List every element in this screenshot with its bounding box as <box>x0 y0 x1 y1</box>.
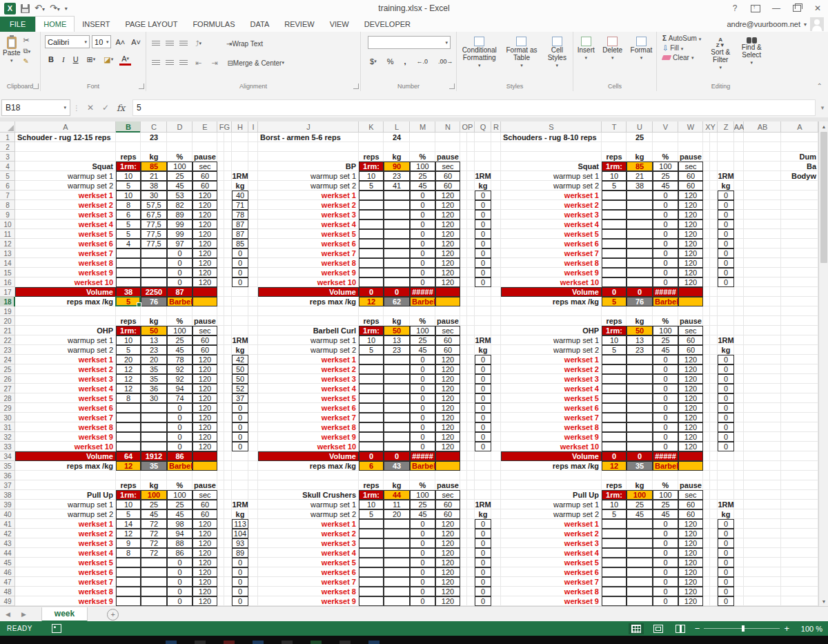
cell[interactable] <box>248 162 258 171</box>
cell[interactable] <box>718 142 734 152</box>
cell[interactable] <box>217 258 224 268</box>
cell[interactable]: 120 <box>193 268 217 277</box>
cell[interactable] <box>467 451 475 461</box>
cell[interactable]: 25 <box>410 171 435 181</box>
cell[interactable] <box>627 432 653 442</box>
cell[interactable]: 120 <box>678 200 703 210</box>
cell[interactable]: sec <box>435 162 460 171</box>
cell[interactable]: werkset 10 <box>501 442 602 451</box>
cell[interactable] <box>467 432 475 442</box>
cell[interactable] <box>718 297 734 306</box>
cell[interactable] <box>744 142 781 152</box>
cell[interactable]: 1RM <box>475 171 491 181</box>
cell[interactable]: 37 <box>232 393 248 403</box>
cell[interactable] <box>710 519 718 529</box>
cell[interactable]: werkset 3 <box>501 374 602 384</box>
cell[interactable]: 0 <box>232 248 248 258</box>
cell[interactable] <box>491 509 501 519</box>
cell[interactable] <box>744 219 781 229</box>
cell[interactable]: 120 <box>678 519 703 529</box>
cell[interactable] <box>627 529 653 538</box>
cell[interactable] <box>734 461 744 471</box>
cell[interactable] <box>718 287 734 297</box>
row-header-31[interactable]: 31 <box>0 422 15 432</box>
cell[interactable] <box>602 587 627 596</box>
cell[interactable] <box>359 384 384 393</box>
cell[interactable] <box>734 548 744 558</box>
cell[interactable] <box>475 326 491 335</box>
cell[interactable] <box>359 422 384 432</box>
cell[interactable] <box>781 239 818 248</box>
cell[interactable]: 1rm: <box>602 162 627 171</box>
cell[interactable]: 60 <box>678 509 703 519</box>
macro-record-icon[interactable] <box>52 624 61 633</box>
cell[interactable]: reps max /kg <box>501 461 602 471</box>
cell[interactable] <box>467 471 475 480</box>
cell[interactable]: 0 <box>475 219 491 229</box>
cell[interactable] <box>627 577 653 587</box>
cell[interactable] <box>224 577 232 587</box>
cell[interactable] <box>703 200 710 210</box>
sheet-tab-week[interactable]: week <box>41 607 88 622</box>
cell[interactable] <box>460 181 467 191</box>
cell[interactable] <box>710 384 718 393</box>
cell[interactable] <box>744 403 781 413</box>
cell[interactable] <box>116 413 141 422</box>
cell[interactable] <box>193 471 217 480</box>
cell[interactable] <box>744 287 781 297</box>
cell[interactable] <box>744 596 781 606</box>
cell[interactable]: warmup set 2 <box>501 345 602 355</box>
cell[interactable]: 10 <box>116 171 141 181</box>
cell[interactable] <box>703 577 710 587</box>
cell[interactable] <box>734 229 744 239</box>
minimize-button[interactable]: — <box>766 1 787 16</box>
align-middle-icon[interactable] <box>166 41 174 47</box>
cell[interactable] <box>678 142 703 152</box>
cell[interactable]: 50 <box>384 326 410 335</box>
cell[interactable]: 0 <box>653 229 678 239</box>
cell[interactable] <box>384 219 410 229</box>
cell[interactable]: 0 <box>475 384 491 393</box>
cell[interactable] <box>467 133 475 142</box>
cell[interactable]: 0 <box>653 268 678 277</box>
cell[interactable]: 78 <box>167 355 193 364</box>
cell[interactable] <box>781 403 818 413</box>
cell[interactable] <box>491 374 501 384</box>
cell[interactable]: werkset 10 <box>15 442 116 451</box>
cell[interactable]: 25 <box>653 335 678 345</box>
cell[interactable] <box>475 152 491 162</box>
cell[interactable]: 45 <box>141 509 167 519</box>
cell[interactable]: 44 <box>384 490 410 500</box>
col-header-FG[interactable]: FG <box>217 121 232 133</box>
cell[interactable] <box>248 191 258 200</box>
cell[interactable] <box>248 393 258 403</box>
cell[interactable] <box>744 355 781 364</box>
cell[interactable] <box>710 442 718 451</box>
cell[interactable] <box>248 229 258 239</box>
cell[interactable]: werkset 9 <box>15 268 116 277</box>
cell[interactable]: Squat <box>501 162 602 171</box>
scroll-down-icon[interactable]: ▼ <box>819 596 828 606</box>
cell[interactable]: 0 <box>718 422 734 432</box>
cell[interactable] <box>491 306 501 316</box>
cell[interactable]: 1RM <box>475 335 491 345</box>
cell[interactable]: 0 <box>410 248 435 258</box>
cell[interactable] <box>781 451 818 461</box>
cell[interactable]: 30 <box>141 191 167 200</box>
cell[interactable]: kg <box>475 345 491 355</box>
cell[interactable]: 0 <box>718 219 734 229</box>
cell[interactable] <box>781 471 818 480</box>
cell[interactable]: 13 <box>141 335 167 345</box>
cell[interactable] <box>734 219 744 229</box>
cell[interactable]: 45 <box>410 509 435 519</box>
cut-icon[interactable]: ✂ <box>23 36 31 45</box>
cell[interactable] <box>258 471 359 480</box>
cell[interactable] <box>710 335 718 345</box>
cell[interactable] <box>602 200 627 210</box>
cell[interactable]: Barbell <box>653 461 678 471</box>
cell[interactable] <box>232 142 248 152</box>
cell[interactable] <box>116 587 141 596</box>
close-button[interactable]: ✕ <box>807 1 828 16</box>
cell[interactable]: 100 <box>167 162 193 171</box>
cell[interactable] <box>734 287 744 297</box>
